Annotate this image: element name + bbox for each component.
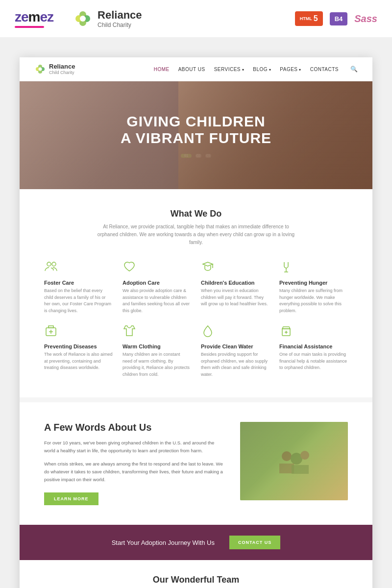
hero-title-line2: A VIBRANT FUTURE <box>121 130 271 146</box>
nav-about[interactable]: ABOUT US <box>178 67 205 72</box>
nav-services[interactable]: SERVICES <box>214 67 245 72</box>
search-icon[interactable]: 🔍 <box>350 66 358 73</box>
clothing-name: Warm Clothing <box>122 343 191 349</box>
service-water: Provide Clean Water Besides providing su… <box>201 324 270 378</box>
reliance-brand-text: Reliance Child Charity <box>98 9 142 28</box>
about-title: A Few Words About Us <box>44 422 225 433</box>
about-para2: When crisis strikes, we are always among… <box>44 460 225 484</box>
site-logo-icon <box>34 63 46 75</box>
education-name: Children's Education <box>201 280 270 286</box>
water-icon <box>201 324 270 341</box>
sass-badge: Sass <box>354 13 377 24</box>
service-financial: Financial Assistance One of our main tas… <box>279 324 348 378</box>
about-para1: For over 10 years, we've been giving orp… <box>44 439 225 455</box>
team-title: Our Wonderful Team <box>44 575 348 585</box>
gray-gap <box>0 38 392 48</box>
nav-links: HOME ABOUT US SERVICES BLOG PAGES CONTAC… <box>154 66 358 73</box>
service-education: Children's Education When you invest in … <box>201 260 270 314</box>
svg-point-9 <box>39 68 42 71</box>
service-foster-care: Foster Care Based on the belief that eve… <box>44 260 113 314</box>
diseases-name: Preventing Diseases <box>44 343 113 349</box>
reliance-name: Reliance <box>98 9 142 22</box>
zemes-brand-name: zemez <box>15 9 53 25</box>
hunger-icon <box>279 260 348 277</box>
svg-point-11 <box>52 262 56 266</box>
html-version: 5 <box>314 14 318 23</box>
financial-desc: One of our main tasks is providing finan… <box>279 351 348 371</box>
team-section: Our Wonderful Team <box>20 560 372 588</box>
clothing-desc: Many children are in constant need of wa… <box>122 351 191 378</box>
service-adoption-care: Adoption Care We also provide adoption c… <box>122 260 191 314</box>
html-label: HTML <box>300 17 312 21</box>
about-image <box>240 422 348 500</box>
education-desc: When you invest in education children wi… <box>201 288 270 308</box>
reliance-flower-icon <box>73 9 93 28</box>
site-logo: Reliance Child Charity <box>34 63 75 75</box>
site-logo-text: Reliance Child Charity <box>49 63 75 75</box>
about-section: A Few Words About Us For over 10 years, … <box>20 402 372 525</box>
svg-point-23 <box>300 451 309 460</box>
what-we-do-title: What We Do <box>44 209 348 219</box>
diseases-icon <box>44 324 113 341</box>
financial-name: Financial Assistance <box>279 343 348 349</box>
html5-badge: HTML 5 <box>295 11 323 26</box>
service-hunger: Preventing Hunger Many children are suff… <box>279 260 348 314</box>
zemes-underline <box>15 26 44 28</box>
hero-title-line1: GIVING CHILDREN <box>126 113 265 129</box>
water-desc: Besides providing support for orphaned c… <box>201 351 270 378</box>
hunger-desc: Many children are suffering from hunger … <box>279 288 348 314</box>
adoption-care-desc: We also provide adoption care & assistan… <box>122 288 191 314</box>
clothing-icon <box>122 324 191 341</box>
nav-contacts[interactable]: CONTACTS <box>310 67 339 72</box>
svg-point-21 <box>282 451 292 461</box>
cta-banner: Start Your Adoption Journey With Us CONT… <box>20 525 372 560</box>
learn-more-button[interactable]: LEARN MORE <box>44 492 98 505</box>
svg-point-4 <box>80 16 86 22</box>
water-name: Provide Clean Water <box>201 343 270 349</box>
svg-rect-25 <box>292 465 309 474</box>
foster-care-icon <box>44 260 113 277</box>
hero-section: GIVING CHILDREN A VIBRANT FUTURE 01 02 0… <box>20 81 372 189</box>
foster-care-desc: Based on the belief that every child des… <box>44 288 113 314</box>
bootstrap-badge: B4 <box>330 12 348 25</box>
top-bar: zemez Reliance Child Charity HTML 5 B <box>0 0 392 38</box>
nav-blog[interactable]: BLOG <box>253 67 271 72</box>
reliance-brand[interactable]: Reliance Child Charity <box>73 9 142 28</box>
zemes-logo[interactable]: zemez <box>15 9 53 28</box>
about-content: A Few Words About Us For over 10 years, … <box>44 422 225 505</box>
svg-point-10 <box>47 262 51 266</box>
education-icon <box>201 260 270 277</box>
hero-content: GIVING CHILDREN A VIBRANT FUTURE <box>121 113 271 147</box>
what-we-do-section: What We Do At Reliance, we provide pract… <box>20 189 372 397</box>
what-we-do-subtitle: At Reliance, we provide practical, tangi… <box>93 223 299 246</box>
cta-text: Start Your Adoption Journey With Us <box>112 539 215 546</box>
section-gap <box>20 397 372 402</box>
tech-badges: HTML 5 B4 Sass <box>295 11 377 26</box>
financial-icon <box>279 324 348 341</box>
diseases-desc: The work of Reliance is also aimed at pr… <box>44 351 113 371</box>
adoption-care-icon <box>122 260 191 277</box>
hunger-name: Preventing Hunger <box>279 280 348 286</box>
service-diseases: Preventing Diseases The work of Reliance… <box>44 324 113 378</box>
nav-pages[interactable]: PAGES <box>280 67 301 72</box>
nav-home[interactable]: HOME <box>154 67 170 72</box>
services-grid-row1: Foster Care Based on the belief that eve… <box>44 260 348 314</box>
bootstrap-label: B4 <box>335 15 343 23</box>
adoption-care-name: Adoption Care <box>122 280 191 286</box>
services-grid-row2: Preventing Diseases The work of Reliance… <box>44 324 348 378</box>
website-mockup: Reliance Child Charity HOME ABOUT US SER… <box>20 57 372 588</box>
reliance-sub: Child Charity <box>98 22 142 28</box>
hero-title: GIVING CHILDREN A VIBRANT FUTURE <box>121 113 271 147</box>
service-clothing: Warm Clothing Many children are in const… <box>122 324 191 378</box>
site-nav: Reliance Child Charity HOME ABOUT US SER… <box>20 57 372 81</box>
foster-care-name: Foster Care <box>44 280 113 286</box>
cta-button[interactable]: CONTACT US <box>229 536 280 549</box>
